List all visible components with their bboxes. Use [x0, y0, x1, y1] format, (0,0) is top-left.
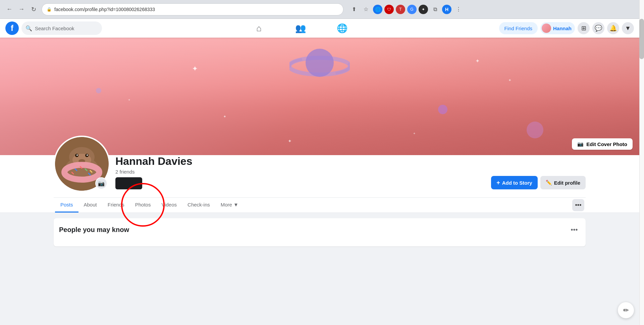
groups-nav-button[interactable]: 🌐 [323, 20, 362, 36]
friends-nav-button[interactable]: 👥 [281, 20, 320, 36]
messenger-button[interactable]: 💬 [592, 22, 604, 34]
tab-posts[interactable]: Posts [55, 198, 78, 213]
profile-tabs: Posts About Friends Photos Videos Check-… [54, 197, 586, 213]
home-icon: ⌂ [256, 23, 262, 34]
logo-letter: f [11, 24, 13, 33]
svg-point-11 [87, 154, 88, 156]
card-title: People you may know [59, 226, 129, 234]
browser-actions: ⬆ ☆ 🌐 🛡 T G ✦ ⧉ H ⋮ [349, 4, 464, 14]
refresh-button[interactable]: ↻ [28, 4, 39, 15]
profile-name-area: Hannah Davies 2 friends [115, 155, 486, 192]
edit-profile-button[interactable]: ✏️ Edit profile [540, 176, 586, 189]
edit-cover-photo-button[interactable]: 📷 Edit Cover Photo [572, 138, 633, 150]
tab-checkins-label: Check-ins [187, 202, 210, 207]
edit-profile-label: Edit profile [554, 180, 580, 186]
profile-info-section: 📷 Hannah Davies 2 friends + Add to Story… [0, 155, 639, 213]
profile-picture-wrapper: 📷 [54, 136, 110, 192]
ext-facebook-icon[interactable]: 🌐 [373, 5, 382, 14]
ext-dark-icon[interactable]: ✦ [419, 5, 428, 14]
tab-videos-label: Videos [161, 202, 177, 207]
address-bar[interactable]: 🔒 facebook.com/profile.php?id=1000800262… [42, 3, 343, 15]
card-dots-icon: ••• [571, 226, 578, 234]
user-name-nav: Hannah [553, 26, 572, 31]
tab-photos-label: Photos [135, 202, 151, 207]
url-text: facebook.com/profile.php?id=100080026268… [54, 7, 155, 12]
friends-avatars-bar [115, 177, 142, 189]
edit-cover-photo-label: Edit Cover Photo [586, 141, 627, 147]
ext-red-icon[interactable]: T [396, 5, 405, 14]
profile-action-buttons: + Add to Story ✏️ Edit profile [491, 176, 586, 192]
search-box[interactable]: 🔍 Search Facebook [21, 21, 102, 35]
back-button[interactable]: ← [4, 4, 15, 15]
facebook-logo[interactable]: f [5, 21, 19, 35]
scrollbar-thumb[interactable] [639, 19, 644, 59]
pencil-icon: ✏️ [546, 180, 552, 186]
tab-photos[interactable]: Photos [130, 198, 156, 213]
write-icon: ✏ [623, 306, 629, 314]
share-button[interactable]: ⬆ [349, 4, 359, 14]
ext-translate-icon[interactable]: G [407, 5, 417, 14]
user-avatar-small [542, 24, 551, 33]
profile-page: ✦ ✦ ✦ ✦ ◆ ✦ ✦ 📷 Edit Cover Photo [0, 38, 639, 252]
nav-center: ⌂ 👥 🌐 [102, 20, 499, 36]
tab-more-chevron-icon: ▼ [233, 202, 238, 207]
camera-cover-icon: 📷 [577, 141, 584, 147]
add-to-story-label: Add to Story [502, 180, 532, 186]
tab-friends-label: Friends [108, 202, 124, 207]
tab-about-label: About [84, 202, 97, 207]
write-compose-button[interactable]: ✏ [618, 302, 634, 318]
user-nav-pill[interactable]: Hannah [540, 22, 575, 34]
tab-more-label: More [221, 202, 232, 207]
tab-friends[interactable]: Friends [102, 198, 130, 213]
profile-top: 📷 Hannah Davies 2 friends + Add to Story… [54, 155, 586, 197]
search-icon: 🔍 [25, 25, 32, 32]
forward-button[interactable]: → [16, 4, 27, 15]
camera-profile-icon: 📷 [98, 180, 105, 187]
tab-dots-icon: ••• [575, 202, 582, 209]
profile-name: Hannah Davies [115, 155, 486, 168]
nav-right: Find Friends Hannah ⊞ 💬 🔔 ▼ [499, 22, 634, 34]
browser-chrome: ← → ↻ 🔒 facebook.com/profile.php?id=1000… [0, 0, 644, 19]
people-you-may-know-card: People you may know ••• [54, 218, 586, 246]
card-more-button[interactable]: ••• [568, 224, 580, 236]
ext-adblock-icon[interactable]: 🛡 [384, 5, 394, 14]
ext-user-icon[interactable]: H [442, 5, 451, 14]
friends-icon: 👥 [295, 23, 306, 34]
browser-nav-buttons: ← → ↻ [4, 4, 39, 15]
home-nav-button[interactable]: ⌂ [239, 20, 278, 36]
lock-icon: 🔒 [47, 7, 52, 12]
tab-about[interactable]: About [78, 198, 102, 213]
svg-point-10 [76, 154, 78, 156]
menu-button[interactable]: ⋮ [453, 4, 464, 14]
apps-grid-button[interactable]: ⊞ [578, 22, 590, 34]
groups-icon: 🌐 [337, 23, 347, 34]
user-avatar-image [542, 24, 551, 33]
notifications-button[interactable]: 🔔 [607, 22, 619, 34]
bookmark-button[interactable]: ☆ [361, 4, 371, 14]
scrollbar[interactable] [639, 0, 644, 325]
tab-videos[interactable]: Videos [156, 198, 182, 213]
account-menu-button[interactable]: ▼ [622, 22, 634, 34]
card-header: People you may know ••• [59, 224, 580, 236]
add-to-story-button[interactable]: + Add to Story [491, 176, 538, 189]
tab-posts-label: Posts [60, 202, 73, 207]
profile-pic-camera-button[interactable]: 📷 [95, 177, 107, 189]
plus-icon: + [496, 179, 500, 186]
search-placeholder-text: Search Facebook [35, 26, 74, 31]
tab-checkins[interactable]: Check-ins [182, 198, 215, 213]
tab-overflow-button[interactable]: ••• [572, 199, 584, 211]
friends-count: 2 friends [115, 169, 486, 175]
tab-more[interactable]: More ▼ [215, 198, 244, 213]
find-friends-button[interactable]: Find Friends [499, 22, 538, 34]
split-button[interactable]: ⧉ [430, 4, 440, 14]
facebook-navbar: f 🔍 Search Facebook ⌂ 👥 🌐 Find Friends H… [0, 19, 639, 38]
main-content: People you may know ••• [0, 213, 639, 252]
